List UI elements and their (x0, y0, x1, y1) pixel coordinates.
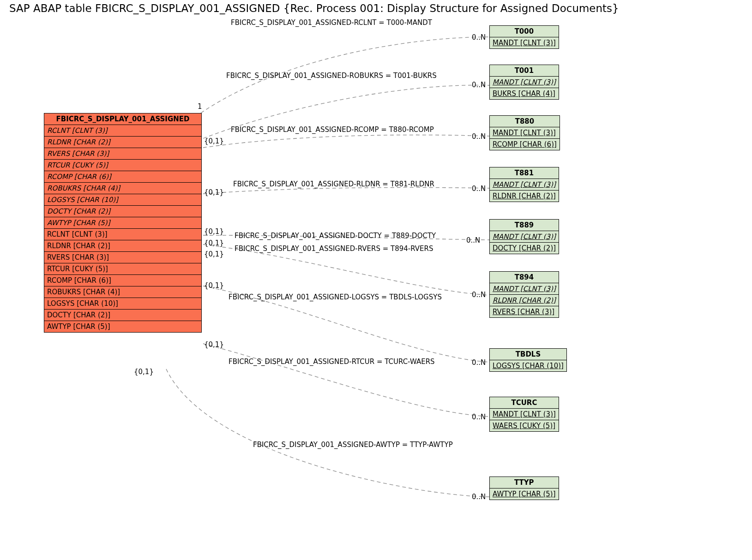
entity-t880: T880MANDT [CLNT (3)]RCOMP [CHAR (6)] (489, 115, 560, 150)
rel-label-0: FBICRC_S_DISPLAY_001_ASSIGNED-RCLNT = T0… (231, 18, 432, 27)
entity-field: AWTYP [CHAR (5)] (44, 217, 201, 229)
entity-t881: T881MANDT [CLNT (3)]RLDNR [CHAR (2)] (489, 167, 559, 202)
entity-field: ROBUKRS [CHAR (4)] (44, 286, 201, 298)
entity-ttyp: TTYPAWTYP [CHAR (5)] (489, 477, 559, 500)
entity-field: DOCTY [CHAR (2)] (44, 310, 201, 321)
card-zn-1: 0..N (472, 81, 486, 89)
rel-label-5: FBICRC_S_DISPLAY_001_ASSIGNED-RVERS = T8… (235, 244, 433, 253)
rel-label-3: FBICRC_S_DISPLAY_001_ASSIGNED-RLDNR = T8… (233, 180, 434, 188)
entity-field: MANDT [CLNT (3)] (490, 179, 559, 191)
card-zo-2: {0,1} (204, 188, 224, 197)
entity-field: RLDNR [CHAR (2)] (44, 240, 201, 252)
entity-field: WAERS [CUKY (5)] (490, 420, 559, 431)
entity-field: MANDT [CLNT (3)] (490, 37, 559, 48)
entity-field: RCLNT [CLNT (3)] (44, 125, 201, 137)
entity-field: RVERS [CHAR (3)] (44, 252, 201, 263)
card-zn-7: 0..N (472, 413, 486, 421)
entity-field: AWTYP [CHAR (5)] (490, 489, 559, 500)
rel-label-1: FBICRC_S_DISPLAY_001_ASSIGNED-ROBUKRS = … (226, 71, 437, 80)
entity-field: MANDT [CLNT (3)] (490, 409, 559, 420)
card-zo-6: {0,1} (204, 281, 224, 290)
card-zo-8: {0,1} (134, 368, 154, 376)
entity-field: MANDT [CLNT (3)] (490, 231, 559, 243)
rel-label-7: FBICRC_S_DISPLAY_001_ASSIGNED-RTCUR = TC… (229, 357, 435, 366)
er-diagram: SAP ABAP table FBICRC_S_DISPLAY_001_ASSI… (0, 0, 752, 560)
rel-label-8: FBICRC_S_DISPLAY_001_ASSIGNED-AWTYP = TT… (253, 441, 453, 449)
card-zo-5: {0,1} (204, 250, 224, 258)
entity-field: LOGSYS [CHAR (10)] (44, 194, 201, 206)
card-zn-8: 0..N (472, 493, 486, 501)
diagram-title: SAP ABAP table FBICRC_S_DISPLAY_001_ASSI… (9, 2, 619, 14)
entity-field: RCOMP [CHAR (6)] (490, 139, 559, 150)
card-zn-6: 0..N (472, 358, 486, 367)
entity-t000: T000MANDT [CLNT (3)] (489, 25, 559, 49)
card-zo-3: {0,1} (204, 227, 224, 236)
entity-tbdls: TBDLSLOGSYS [CHAR (10)] (489, 348, 567, 372)
entity-tcurc: TCURCMANDT [CLNT (3)]WAERS [CUKY (5)] (489, 397, 559, 432)
rel-label-2: FBICRC_S_DISPLAY_001_ASSIGNED-RCOMP = T8… (231, 125, 434, 134)
entity-field: ROBUKRS [CHAR (4)] (44, 183, 201, 194)
card-one: 1 (198, 102, 202, 111)
card-zo-4: {0,1} (204, 239, 224, 247)
entity-field: RVERS [CHAR (3)] (490, 306, 559, 317)
entity-field: RVERS [CHAR (3)] (44, 148, 201, 160)
card-zn-4: 0..N (466, 236, 480, 244)
card-zn-2: 0..N (472, 132, 486, 141)
card-zo-7: {0,1} (204, 340, 224, 349)
entity-field: RLDNR [CHAR (2)] (44, 137, 201, 148)
card-zn-5: 0..N (472, 291, 486, 299)
entity-field: DOCTY [CHAR (2)] (490, 243, 559, 254)
entity-field: RLDNR [CHAR (2)] (490, 191, 559, 202)
entity-t889: T889MANDT [CLNT (3)]DOCTY [CHAR (2)] (489, 219, 559, 254)
entity-field: LOGSYS [CHAR (10)] (44, 298, 201, 310)
entity-t894: T894MANDT [CLNT (3)]RLDNR [CHAR (2)]RVER… (489, 271, 559, 318)
entity-field: BUKRS [CHAR (4)] (490, 88, 559, 99)
entity-field: MANDT [CLNT (3)] (490, 77, 559, 88)
entity-t001: T001MANDT [CLNT (3)]BUKRS [CHAR (4)] (489, 65, 559, 100)
rel-label-6: FBICRC_S_DISPLAY_001_ASSIGNED-LOGSYS = T… (229, 293, 442, 301)
card-zn-3: 0..N (472, 185, 486, 193)
entity-field: RTCUR [CUKY (5)] (44, 160, 201, 171)
entity-field: AWTYP [CHAR (5)] (44, 321, 201, 332)
entity-field: RTCUR [CUKY (5)] (44, 263, 201, 275)
rel-label-4: FBICRC_S_DISPLAY_001_ASSIGNED-DOCTY = T8… (235, 232, 436, 240)
entity-field: MANDT [CLNT (3)] (490, 127, 559, 139)
entity-field: RCOMP [CHAR (6)] (44, 171, 201, 183)
entity-field: DOCTY [CHAR (2)] (44, 206, 201, 217)
entity-source-header: FBICRC_S_DISPLAY_001_ASSIGNED (44, 113, 201, 125)
entity-field: RCLNT [CLNT (3)] (44, 229, 201, 240)
entity-field: LOGSYS [CHAR (10)] (490, 360, 566, 371)
entity-field: RCOMP [CHAR (6)] (44, 275, 201, 286)
entity-source: FBICRC_S_DISPLAY_001_ASSIGNED RCLNT [CLN… (44, 113, 202, 333)
entity-field: RLDNR [CHAR (2)] (490, 295, 559, 306)
card-zo-1: {0,1} (204, 137, 224, 145)
card-zn-0: 0..N (472, 33, 486, 42)
entity-field: MANDT [CLNT (3)] (490, 283, 559, 295)
